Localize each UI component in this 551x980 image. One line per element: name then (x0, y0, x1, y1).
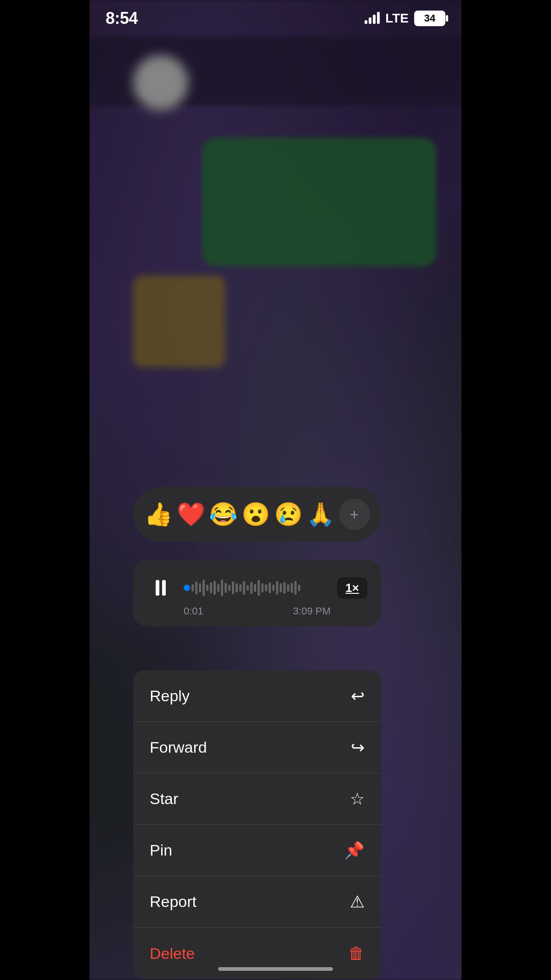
wb5 (206, 585, 208, 591)
wb23 (272, 585, 275, 591)
reaction-pray[interactable]: 🙏 (306, 503, 335, 526)
pause-icon (156, 580, 166, 596)
waveform-track (184, 579, 328, 597)
voice-controls: 1× (147, 574, 367, 602)
wb19 (258, 580, 260, 596)
wb6 (210, 582, 212, 593)
report-icon: ⚠ (350, 892, 365, 912)
battery-icon: 34 (414, 11, 445, 26)
reaction-surprised[interactable]: 😮 (242, 503, 270, 526)
pause-button[interactable] (147, 574, 174, 602)
status-time: 8:54 (106, 9, 138, 28)
wb24 (276, 581, 278, 595)
speed-button[interactable]: 1× (337, 577, 367, 599)
pin-icon: 📌 (344, 841, 365, 860)
right-sidebar (461, 0, 551, 980)
signal-bar-1 (365, 20, 367, 24)
wb10 (225, 583, 227, 593)
phone-frame: 8:54 LTE 34 👍 ❤️ 😂 😮 😢 🙏 + (87, 0, 464, 980)
wb17 (250, 582, 253, 594)
wb22 (269, 582, 271, 593)
menu-item-delete[interactable]: Delete 🗑 (133, 928, 381, 979)
reaction-laughing[interactable]: 😂 (209, 503, 237, 526)
signal-bar-3 (373, 15, 376, 24)
playhead-dot (184, 585, 190, 591)
delete-label: Delete (150, 945, 195, 963)
wb25 (280, 583, 282, 592)
wb11 (228, 585, 231, 591)
reaction-crying[interactable]: 😢 (274, 503, 303, 526)
reaction-more-button[interactable]: + (339, 499, 370, 530)
forward-label: Forward (150, 738, 207, 756)
star-label: Star (150, 790, 178, 808)
wb21 (265, 584, 267, 591)
delete-icon: 🗑 (348, 944, 365, 963)
pause-bar-2 (162, 580, 166, 596)
report-label: Report (150, 893, 197, 911)
speed-label: 1× (345, 581, 359, 595)
wb14 (239, 584, 242, 591)
voice-timestamps: 0:01 3:09 PM (147, 605, 367, 617)
wb2 (195, 581, 197, 594)
wb16 (247, 585, 249, 591)
left-sidebar (0, 0, 90, 980)
wb30 (298, 585, 300, 591)
context-menu: Reply ↩ Forward ↪ Star ☆ Pin 📌 Report ⚠ … (133, 670, 381, 979)
wb15 (243, 581, 245, 595)
battery-nub (446, 15, 448, 22)
menu-item-pin[interactable]: Pin 📌 (133, 825, 381, 876)
wb29 (294, 581, 297, 595)
wb18 (254, 584, 256, 592)
wb8 (217, 584, 219, 592)
reaction-bar: 👍 ❤️ 😂 😮 😢 🙏 + (133, 487, 381, 542)
wb27 (287, 584, 289, 591)
wb20 (261, 583, 264, 592)
status-bar: 8:54 LTE 34 (87, 0, 464, 37)
signal-bar-2 (369, 17, 371, 24)
waveform (184, 579, 328, 597)
battery-level: 34 (424, 12, 435, 24)
wave-bars (191, 580, 328, 596)
signal-icon (365, 13, 380, 24)
menu-item-report[interactable]: Report ⚠ (133, 876, 381, 928)
voice-message-bubble: 1× 0:01 3:09 PM (133, 560, 381, 626)
current-time: 0:01 (184, 605, 203, 617)
wb4 (202, 580, 205, 596)
lte-label: LTE (385, 11, 409, 26)
menu-item-star[interactable]: Star ☆ (133, 773, 381, 825)
home-indicator[interactable] (218, 967, 333, 971)
wb28 (291, 583, 293, 593)
reaction-plus-icon: + (350, 506, 359, 524)
menu-item-forward[interactable]: Forward ↪ (133, 722, 381, 773)
wb1 (191, 584, 194, 591)
pause-bar-1 (156, 580, 159, 596)
wb9 (221, 580, 223, 596)
pin-label: Pin (150, 841, 172, 859)
reaction-heart[interactable]: ❤️ (177, 503, 205, 526)
message-time: 3:09 PM (293, 605, 331, 617)
status-right: LTE 34 (365, 11, 445, 26)
menu-item-reply[interactable]: Reply ↩ (133, 670, 381, 722)
signal-bar-4 (377, 12, 380, 24)
reply-icon: ↩ (351, 687, 365, 706)
forward-icon: ↪ (351, 738, 365, 757)
star-icon: ☆ (350, 789, 365, 809)
wb3 (199, 583, 201, 592)
reaction-thumbsup[interactable]: 👍 (144, 503, 173, 526)
wb7 (214, 581, 216, 595)
wb13 (236, 583, 238, 592)
wb26 (283, 582, 286, 594)
wb12 (232, 581, 234, 594)
reply-label: Reply (150, 687, 190, 705)
